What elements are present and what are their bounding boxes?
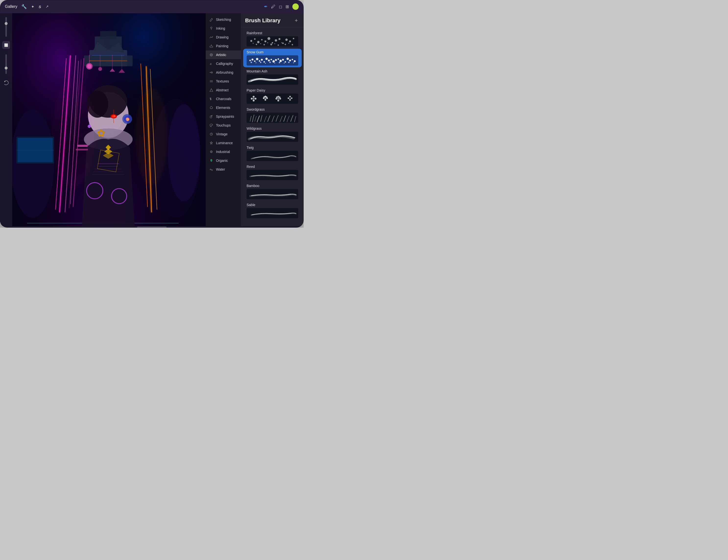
brush-item-rainforest[interactable]: Rainforest — [243, 30, 302, 48]
smudge-tool-icon[interactable]: 🖊 — [271, 4, 275, 9]
brush-item-reed[interactable]: Reed — [243, 163, 302, 182]
svg-point-129 — [259, 60, 260, 62]
svg-point-108 — [282, 43, 284, 44]
svg-point-137 — [278, 58, 279, 60]
gallery-button[interactable]: Gallery — [5, 4, 17, 9]
brush-item-bamboo[interactable]: Bamboo — [243, 182, 302, 201]
svg-point-106 — [275, 39, 277, 42]
category-spraypaints[interactable]: Spraypaints — [206, 112, 241, 121]
svg-text:a: a — [210, 62, 212, 66]
category-sketching[interactable]: Sketching — [206, 15, 241, 24]
brush-preview-wildgrass — [247, 132, 298, 142]
brush-item-twig[interactable]: Twig — [243, 144, 302, 163]
svg-point-25 — [87, 64, 92, 69]
svg-point-109 — [285, 38, 288, 41]
layers-tool-icon[interactable]: ⊞ — [286, 4, 289, 9]
svg-point-169 — [277, 96, 279, 98]
brush-item-wildgrass[interactable]: Wildgrass — [243, 125, 302, 144]
svg-point-122 — [288, 43, 289, 44]
wrench-icon[interactable]: 🔧 — [21, 4, 27, 9]
eraser-tool-icon[interactable]: ◻ — [279, 4, 282, 9]
category-luminance[interactable]: Luminance — [206, 139, 241, 147]
svg-point-166 — [266, 96, 267, 98]
svg-point-123 — [292, 44, 293, 46]
category-artistic[interactable]: Artistic — [206, 50, 241, 59]
calligraphy-icon: a — [209, 61, 214, 66]
brush-preview-snow-gum — [247, 55, 298, 66]
svg-point-140 — [285, 61, 286, 63]
undo-icon[interactable] — [3, 80, 9, 86]
svg-point-101 — [257, 41, 260, 43]
brush-tool-icon[interactable]: ✒ — [264, 4, 268, 9]
svg-point-146 — [255, 62, 256, 63]
svg-point-180 — [290, 98, 291, 99]
svg-point-118 — [274, 43, 275, 44]
svg-point-154 — [293, 62, 294, 63]
magic-wand-icon[interactable]: ✦ — [31, 4, 34, 9]
category-vintage[interactable]: Vintage — [206, 130, 241, 139]
brush-name-bamboo: Bamboo — [247, 184, 298, 188]
luminance-icon — [209, 141, 214, 145]
brush-name-swordgrass: Swordgrass — [247, 108, 298, 111]
brush-preview-reed — [247, 170, 298, 180]
category-drawing[interactable]: Drawing — [206, 33, 241, 42]
main-content: ♉ — [0, 13, 304, 226]
category-organic[interactable]: Organic — [206, 156, 241, 165]
svg-point-152 — [284, 63, 285, 64]
brush-item-paper-daisy[interactable]: Paper Daisy — [243, 87, 302, 106]
opacity-slider[interactable] — [5, 54, 7, 74]
brush-name-mountain-ash: Mountain Ash — [247, 69, 298, 73]
svg-point-71 — [211, 27, 212, 28]
elements-icon — [209, 106, 214, 110]
touchups-icon — [209, 123, 214, 128]
svg-text:✿: ✿ — [97, 128, 105, 139]
svg-marker-95 — [210, 142, 213, 144]
svg-point-76 — [211, 54, 212, 55]
square-tool-button[interactable]: ⬜ — [2, 41, 10, 49]
svg-rect-181 — [247, 113, 298, 123]
svg-point-132 — [265, 58, 268, 60]
brush-item-snow-gum[interactable]: Snow Gum — [243, 49, 302, 67]
category-elements[interactable]: Elements — [206, 103, 241, 112]
svg-point-117 — [270, 44, 272, 46]
category-textures[interactable]: Textures — [206, 77, 241, 86]
brush-preview-bamboo — [247, 189, 298, 200]
svg-point-121 — [285, 44, 286, 45]
home-indicator — [137, 227, 167, 228]
brush-item-sable[interactable]: Sable — [243, 202, 302, 220]
category-painting[interactable]: Painting — [206, 42, 241, 50]
transform-icon[interactable]: ↗ — [46, 4, 49, 9]
canvas-area[interactable]: ♉ — [0, 13, 206, 226]
add-brush-button[interactable]: + — [293, 17, 300, 24]
svg-point-144 — [294, 60, 296, 62]
category-airbrushing[interactable]: Airbrushing — [206, 68, 241, 77]
toolbar-icons: 🔧 ✦ S ↗ — [21, 4, 49, 9]
svg-point-167 — [263, 96, 265, 98]
category-touchups[interactable]: Touchups — [206, 121, 241, 130]
drawing-icon — [209, 35, 214, 39]
brush-item-mountain-ash[interactable]: Mountain Ash — [243, 68, 302, 86]
category-water[interactable]: Water — [206, 165, 241, 174]
brush-library-panel: Sketching Inking Drawing — [206, 13, 304, 226]
svg-point-147 — [260, 62, 262, 63]
category-calligraphy[interactable]: a Calligraphy — [206, 59, 241, 68]
sketching-icon — [209, 17, 214, 22]
svg-point-143 — [292, 59, 293, 60]
svg-text:♉: ♉ — [126, 117, 130, 121]
svg-point-173 — [279, 96, 280, 98]
svg-point-133 — [268, 60, 270, 61]
category-charcoals[interactable]: Charcoals — [206, 95, 241, 103]
top-bar-right: ✒ 🖊 ◻ ⊞ — [264, 3, 299, 10]
svg-point-111 — [293, 38, 294, 39]
spraypaints-icon — [209, 114, 214, 119]
brush-item-swordgrass[interactable]: Swordgrass — [243, 106, 302, 125]
category-inking[interactable]: Inking — [206, 24, 241, 33]
brush-size-slider[interactable] — [5, 17, 7, 37]
selection-icon[interactable]: S — [39, 5, 41, 9]
category-abstract[interactable]: Abstract — [206, 86, 241, 95]
category-industrial[interactable]: Industrial — [206, 147, 241, 156]
svg-point-150 — [274, 63, 275, 64]
svg-point-148 — [265, 63, 266, 64]
color-picker[interactable] — [292, 3, 299, 10]
svg-point-102 — [261, 39, 263, 40]
